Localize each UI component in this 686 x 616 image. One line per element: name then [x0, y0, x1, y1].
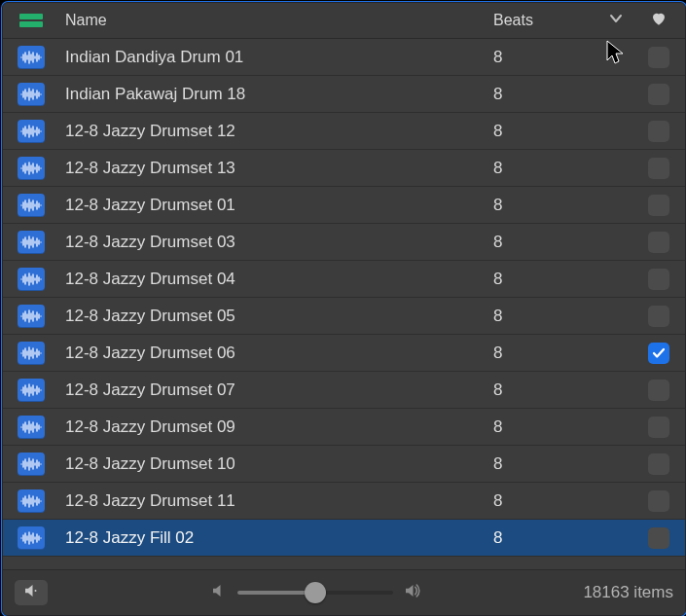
favorite-cell — [632, 232, 685, 253]
audio-loop-icon — [18, 342, 45, 365]
loop-icon-cell — [3, 489, 59, 513]
loop-icon-cell — [3, 194, 59, 217]
audio-loop-icon — [18, 120, 45, 143]
audio-loop-icon — [18, 83, 45, 106]
loop-name-label: 12-8 Jazzy Drumset 11 — [59, 491, 493, 511]
favorite-cell — [632, 47, 685, 68]
loop-list: Indian Dandiya Drum 018Indian Pakawaj Dr… — [3, 39, 685, 569]
loop-beats-label: 8 — [493, 85, 600, 104]
favorite-checkbox[interactable] — [648, 453, 669, 475]
loop-icon-cell — [3, 453, 59, 476]
speaker-high-icon — [403, 582, 420, 603]
preview-speaker-button[interactable] — [15, 580, 48, 605]
loop-row[interactable]: 12-8 Jazzy Drumset 098 — [3, 409, 685, 446]
speaker-icon — [22, 582, 40, 603]
loop-row[interactable]: 12-8 Jazzy Drumset 078 — [3, 372, 685, 409]
favorite-checkbox[interactable] — [648, 84, 669, 105]
loop-row[interactable]: 12-8 Jazzy Drumset 108 — [3, 446, 685, 483]
loop-name-label: 12-8 Jazzy Drumset 06 — [59, 344, 493, 363]
loop-row[interactable]: 12-8 Jazzy Drumset 068 — [3, 335, 685, 372]
loop-row[interactable]: 12-8 Jazzy Fill 028 — [3, 520, 685, 557]
loop-icon-cell — [3, 46, 59, 69]
favorite-checkbox[interactable] — [648, 269, 669, 290]
favorite-checkbox[interactable] — [648, 490, 669, 512]
loop-name-label: 12-8 Jazzy Drumset 03 — [59, 233, 493, 252]
volume-control — [67, 582, 563, 603]
loop-row[interactable]: 12-8 Jazzy Drumset 058 — [3, 298, 685, 335]
audio-loop-icon — [18, 379, 45, 402]
loop-beats-label: 8 — [493, 233, 600, 252]
favorite-cell — [632, 380, 685, 401]
loop-row[interactable]: Indian Pakawaj Drum 188 — [3, 76, 685, 113]
volume-slider-thumb[interactable] — [305, 582, 326, 603]
loop-row[interactable]: 12-8 Jazzy Drumset 038 — [3, 224, 685, 261]
browser-footer: 18163 items — [3, 569, 685, 615]
favorite-cell — [632, 306, 685, 327]
loop-icon-cell — [3, 416, 59, 439]
item-count-label: 18163 items — [583, 583, 673, 602]
favorite-checkbox[interactable] — [648, 158, 669, 179]
loop-beats-label: 8 — [493, 491, 600, 511]
loop-icon-cell — [3, 379, 59, 402]
beats-header-label: Beats — [493, 12, 533, 28]
loop-name-label: Indian Pakawaj Drum 18 — [59, 85, 493, 104]
audio-loop-icon — [18, 416, 45, 439]
loop-icon-cell — [3, 231, 59, 254]
loop-name-label: 12-8 Jazzy Drumset 09 — [59, 417, 493, 437]
name-header-label: Name — [65, 12, 107, 28]
loop-row[interactable]: 12-8 Jazzy Drumset 048 — [3, 261, 685, 298]
loop-row[interactable]: 12-8 Jazzy Drumset 128 — [3, 113, 685, 150]
favorite-checkbox[interactable] — [648, 195, 669, 216]
favorite-column-header[interactable] — [632, 10, 685, 31]
loop-beats-label: 8 — [493, 380, 600, 400]
loop-beats-label: 8 — [493, 159, 600, 178]
loop-row[interactable]: 12-8 Jazzy Drumset 138 — [3, 150, 685, 187]
favorite-checkbox[interactable] — [648, 380, 669, 401]
audio-loop-icon — [18, 231, 45, 254]
favorite-cell — [632, 453, 685, 475]
view-mode-toggle[interactable] — [19, 14, 43, 27]
loop-icon-cell — [3, 342, 59, 365]
loop-row[interactable]: Indian Dandiya Drum 018 — [3, 39, 685, 76]
favorite-checkbox[interactable] — [648, 121, 669, 142]
favorite-cell — [632, 269, 685, 290]
favorite-cell — [632, 158, 685, 179]
chevron-down-icon — [609, 12, 623, 29]
loop-browser: Name Beats Indian Dandiya Drum 018Indian… — [2, 2, 686, 616]
loop-beats-label: 8 — [493, 344, 600, 363]
beats-column-header[interactable]: Beats — [493, 12, 600, 29]
loop-icon-cell — [3, 268, 59, 291]
loop-name-label: 12-8 Jazzy Drumset 12 — [59, 122, 493, 141]
loop-name-label: Indian Dandiya Drum 01 — [59, 48, 493, 67]
loop-beats-label: 8 — [493, 417, 600, 437]
sort-direction-toggle[interactable] — [600, 12, 632, 29]
favorite-checkbox[interactable] — [648, 306, 669, 327]
loop-name-label: 12-8 Jazzy Drumset 10 — [59, 454, 493, 474]
loop-beats-label: 8 — [493, 196, 600, 215]
loop-row[interactable]: 12-8 Jazzy Drumset 118 — [3, 483, 685, 520]
loop-beats-label: 8 — [493, 48, 600, 67]
audio-loop-icon — [18, 489, 45, 513]
audio-loop-icon — [18, 46, 45, 69]
favorite-checkbox[interactable] — [648, 232, 669, 253]
audio-loop-icon — [18, 526, 45, 550]
loop-beats-label: 8 — [493, 122, 600, 141]
heart-icon — [650, 10, 668, 31]
favorite-checkbox[interactable] — [648, 343, 669, 364]
column-header-row: Name Beats — [3, 3, 685, 39]
loop-beats-label: 8 — [493, 307, 600, 326]
loop-row[interactable]: 12-8 Jazzy Drumset 018 — [3, 187, 685, 224]
loop-icon-cell — [3, 120, 59, 143]
audio-loop-icon — [18, 305, 45, 328]
favorite-cell — [632, 417, 685, 438]
audio-loop-icon — [18, 268, 45, 291]
favorite-cell — [632, 527, 685, 549]
favorite-checkbox[interactable] — [648, 47, 669, 68]
name-column-header[interactable]: Name — [59, 12, 493, 29]
favorite-cell — [632, 121, 685, 142]
favorite-checkbox[interactable] — [648, 417, 669, 438]
volume-slider[interactable] — [237, 591, 393, 595]
favorite-checkbox[interactable] — [648, 527, 669, 549]
audio-loop-icon — [18, 157, 45, 180]
loop-name-label: 12-8 Jazzy Drumset 07 — [59, 380, 493, 400]
